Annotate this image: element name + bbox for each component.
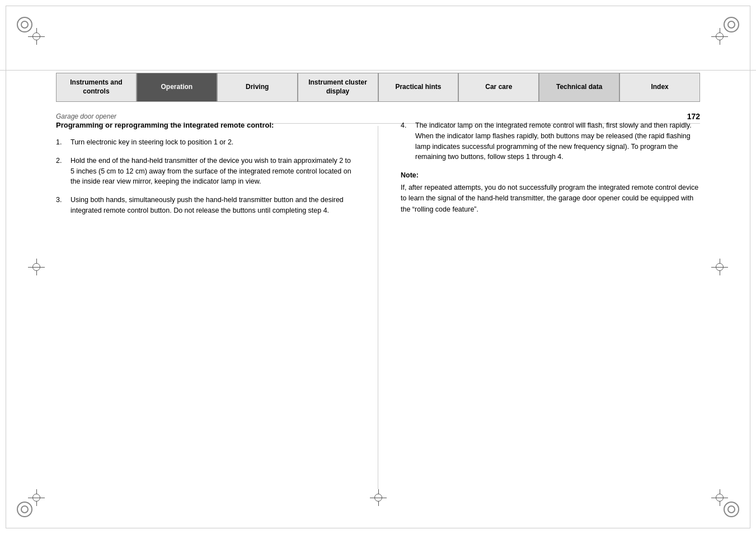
nav-item-driving[interactable]: Driving	[217, 73, 298, 102]
note-text: If, after repeated attempts, you do not …	[401, 182, 700, 215]
crosshair-right-mid	[711, 259, 728, 275]
column-divider	[378, 126, 378, 489]
top-line	[0, 70, 756, 71]
section-heading: Programming or reprogramming the integra…	[56, 120, 355, 130]
nav-item-index[interactable]: Index	[619, 73, 700, 102]
list-item: 2.Hold the end of the hand-held transmit…	[56, 156, 355, 187]
crosshair-top-right	[711, 28, 728, 45]
nav-item-instruments-and-controls[interactable]: Instruments and controls	[56, 73, 137, 102]
nav-item-operation[interactable]: Operation	[137, 73, 217, 102]
right-column: 4.The indicator lamp on the integrated r…	[395, 120, 700, 489]
steps-list: 1.Turn electronic key in steering lock t…	[56, 137, 355, 216]
crosshair-top-left	[28, 28, 45, 45]
page-number: 172	[687, 112, 700, 121]
right-step: 4.The indicator lamp on the integrated r…	[401, 120, 700, 162]
nav-item-instrument-cluster-display[interactable]: Instrument cluster display	[298, 73, 378, 102]
crosshair-bottom-mid	[370, 489, 387, 506]
nav-item-practical-hints[interactable]: Practical hints	[378, 73, 459, 102]
list-item: 3.Using both hands, simultaneously push …	[56, 195, 355, 216]
nav-item-technical-data[interactable]: Technical data	[539, 73, 619, 102]
list-item: 1.Turn electronic key in steering lock t…	[56, 137, 355, 148]
navigation-bar: Instruments and controlsOperationDriving…	[56, 73, 700, 102]
right-step-item: 4.The indicator lamp on the integrated r…	[401, 120, 700, 162]
left-column: Programming or reprogramming the integra…	[56, 120, 361, 489]
section-title: Garage door opener	[56, 113, 116, 120]
crosshair-bottom-right	[711, 489, 728, 506]
crosshair-left-mid	[28, 259, 45, 275]
note-label: Note:	[401, 171, 700, 179]
crosshair-bottom-left	[28, 489, 45, 506]
nav-item-car-care[interactable]: Car care	[458, 73, 539, 102]
content-area: Programming or reprogramming the integra…	[56, 120, 700, 489]
